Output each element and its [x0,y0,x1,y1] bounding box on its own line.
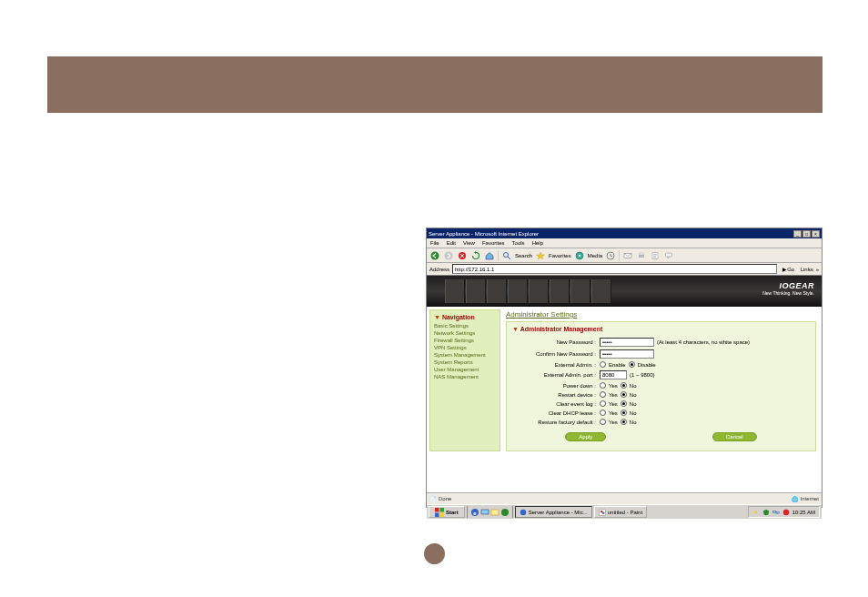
print-button[interactable] [636,250,647,261]
hint-password: (At least 4 characters, no white space) [657,339,750,345]
task-paint[interactable]: untitled - Paint [594,506,647,518]
menu-view[interactable]: View [463,240,475,246]
label-clear-log: Clear event log : [512,401,600,407]
row-clear-log: Clear event log : Yes No [512,400,810,407]
svg-rect-15 [440,512,445,517]
favorites-label[interactable]: Favorites [549,253,571,258]
cancel-button[interactable]: Cancel [712,432,757,441]
radio-factory-yes[interactable] [600,419,606,425]
radio-ext-disable[interactable] [629,361,635,368]
tray-app-icon[interactable] [782,509,790,516]
svg-rect-18 [481,510,489,514]
svg-point-1 [445,251,453,259]
opt-yes-4: Yes [609,410,618,416]
ql-ie-icon[interactable]: e [470,508,479,517]
forward-button[interactable] [443,250,454,261]
mail-button[interactable] [622,250,633,261]
menu-file[interactable]: File [430,240,439,246]
nav-firewall-settings[interactable]: Firewall Settings [434,338,496,343]
radio-factory-no[interactable] [621,419,627,425]
svg-rect-26 [776,511,779,513]
discuss-button[interactable] [663,250,674,261]
radio-clearlog-yes[interactable] [600,400,606,407]
task-ie[interactable]: Server Appliance - Mic... [515,506,592,518]
nav-system-reports[interactable]: System Reports [434,359,496,365]
tray-volume-icon[interactable] [752,509,760,516]
radio-restart-yes[interactable] [600,391,606,398]
row-confirm-password: Confirm New Password : [512,349,810,359]
tray-shield-icon[interactable] [762,509,770,516]
links-button[interactable]: Links [801,267,813,272]
search-label[interactable]: Search [515,253,532,258]
svg-rect-19 [491,510,499,515]
svg-point-21 [520,509,525,514]
svg-rect-25 [772,511,775,512]
window-title: Server Appliance - Microsoft Internet Ex… [429,231,539,237]
row-factory: Restore factory default : Yes No [512,419,810,425]
ql-desktop-icon[interactable] [480,508,490,517]
search-button[interactable] [501,250,512,261]
start-button[interactable]: Start [429,506,465,518]
media-label[interactable]: Media [588,253,602,258]
nav-system-management[interactable]: System Management [434,352,496,358]
menu-tools[interactable]: Tools [512,240,525,246]
radio-powerdown-yes[interactable] [600,382,606,389]
panel-heading: ▼ Administrator Management [512,326,810,332]
history-button[interactable] [605,250,616,261]
apply-button[interactable]: Apply [565,432,606,441]
page-number-dot [424,543,445,564]
nav-vpn-settings[interactable]: VPN Settings [434,345,496,350]
opt-disable: Disable [638,362,656,368]
label-restart: Restart device : [512,392,600,398]
row-clear-dhcp: Clear DHCP lease : Yes No [512,410,810,416]
stop-button[interactable] [457,250,468,261]
svg-rect-8 [639,255,644,258]
ql-app-icon[interactable] [500,508,510,517]
quick-launch: e [467,506,513,518]
nav-user-management[interactable]: User Management [434,367,496,372]
favorites-button[interactable] [535,250,546,261]
opt-yes-2: Yes [609,392,618,398]
nav-nas-management[interactable]: NAS Management [434,374,496,379]
nav-basic-settings[interactable]: Basic Settings [434,323,496,329]
maximize-button[interactable]: □ [802,230,811,238]
refresh-button[interactable] [470,250,481,261]
media-button[interactable] [574,250,585,261]
page-banner [47,56,823,113]
toolbar: Search Favorites Media [427,248,822,263]
menu-help[interactable]: Help [532,240,543,246]
ql-outlook-icon[interactable] [490,508,500,517]
page-hero: IOGEAR New Thinking. New Style. [427,276,822,307]
input-confirm-password[interactable] [600,349,654,359]
task-ie-label: Server Appliance - Mic... [529,510,588,515]
nav-network-settings[interactable]: Network Settings [434,330,496,336]
back-button[interactable] [429,250,440,261]
svg-point-5 [579,254,580,256]
svg-point-20 [501,509,509,516]
menu-favorites[interactable]: Favorites [482,240,505,246]
navigation-sidebar: ▼ Navigation Basic Settings Network Sett… [429,309,500,451]
label-new-password: New Password : [512,339,600,345]
radio-cleardhcp-yes[interactable] [600,410,606,416]
label-external-admin: External Admin. : [512,362,600,368]
radio-restart-no[interactable] [621,391,627,398]
links-chevron-icon[interactable]: » [816,267,819,272]
menu-edit[interactable]: Edit [447,240,456,246]
row-new-password: New Password : (At least 4 characters, n… [512,338,810,347]
close-button[interactable]: × [812,230,820,238]
input-new-password[interactable] [600,338,654,347]
home-button[interactable] [484,250,495,261]
windows-logo-icon [435,508,444,517]
radio-clearlog-no[interactable] [621,400,627,407]
radio-powerdown-no[interactable] [621,382,627,389]
address-input[interactable] [452,264,777,274]
radio-cleardhcp-no[interactable] [621,410,627,416]
radio-ext-enable[interactable] [600,361,606,368]
edit-button[interactable] [650,250,661,261]
go-button[interactable]: ▶Go [780,266,798,272]
address-label: Address [429,267,449,272]
tray-network-icon[interactable] [772,509,780,516]
paint-icon [599,509,606,516]
minimize-button[interactable]: _ [793,230,802,238]
input-external-port[interactable] [600,370,627,379]
